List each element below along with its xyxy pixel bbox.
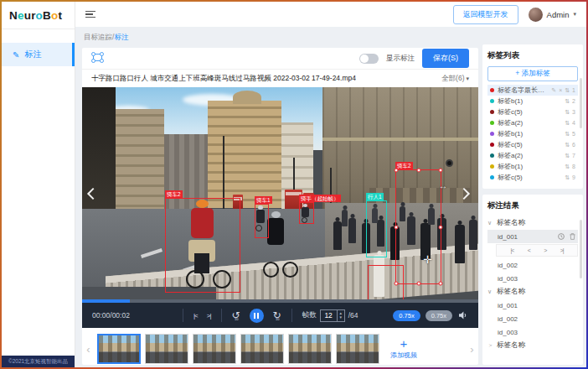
shortcut-icon: ⇅ [565, 142, 570, 148]
label-list-item[interactable]: 标签名字最长数... ✎×⇅1 [487, 85, 578, 96]
forward-10-button[interactable]: ↻10 [273, 310, 281, 320]
result-item[interactable]: id_001 [487, 230, 578, 243]
filter-all-dropdown[interactable]: 全部(6) ▾ [435, 74, 469, 84]
video-title: 十字路口路口行人 城市交通上下班高峰斑马线过马路视频 2022-03-02 17… [91, 74, 356, 84]
result-group-header[interactable]: ∨标签名称 [487, 285, 578, 299]
bounding-box[interactable]: 骑车1 [255, 204, 269, 238]
result-item[interactable]: id_002 [487, 312, 578, 325]
result-item[interactable]: id_003 [487, 325, 578, 339]
bounding-box[interactable]: 骑手（起始帧） [299, 202, 314, 224]
volume-icon[interactable] [459, 311, 468, 320]
result-item[interactable]: id_001 [487, 299, 578, 312]
breadcrumb-current: 标注 [114, 33, 128, 41]
caret-right-icon: ＞ [487, 341, 493, 350]
label-list-item[interactable]: 标签c(5) ⇅3 [487, 107, 578, 117]
label-list-item[interactable]: 标签a(2) ⇅7 [487, 150, 578, 161]
collapse-menu-icon[interactable] [85, 11, 95, 18]
resize-handle[interactable] [439, 225, 443, 229]
video-thumbnail[interactable] [193, 334, 236, 364]
label-list-item[interactable]: 标签b(1) ⇅8 [487, 161, 578, 172]
tools-row: 显示标注 保存(S) [82, 48, 478, 70]
label-list-item[interactable]: 标签b(1) ⇅5 [487, 128, 578, 139]
shortcut-number: 7 [572, 153, 575, 159]
resize-handle[interactable] [395, 225, 399, 229]
label-list-item[interactable]: 标签b(1) ⇅2 [487, 96, 578, 107]
label-name: 标签c(5) [498, 107, 561, 117]
rewind-10-button[interactable]: ↺10 [232, 310, 240, 320]
video-progress-bar[interactable] [82, 299, 478, 303]
speed-active-pill[interactable]: 0.75x [393, 310, 420, 321]
prev-frame-button[interactable]: |< [193, 312, 198, 320]
shortcut-number: 1 [572, 87, 575, 93]
show-annotation-toggle[interactable] [359, 54, 379, 64]
bounding-box[interactable]: 行人1 [366, 200, 387, 257]
speed-inactive-pill[interactable]: 0.75x [426, 310, 452, 321]
scrollbar[interactable] [580, 220, 582, 278]
sidebar-item-annotate[interactable]: ✎ 标注 [2, 43, 75, 66]
filmstrip: ‹ + 添加视频 › [82, 328, 478, 365]
filmstrip-right-chevron[interactable]: › [467, 344, 477, 355]
show-annotation-label: 显示标注 [386, 54, 415, 64]
result-item[interactable]: id_002 [487, 258, 578, 272]
label-list-item[interactable]: 标签c(5) ⇅9 [487, 172, 578, 183]
next-frame-button[interactable]: >| [207, 312, 211, 320]
resize-handle[interactable] [439, 169, 443, 173]
back-to-model-dev-button[interactable]: 返回模型开发 [453, 5, 518, 24]
resize-handle[interactable] [439, 282, 443, 286]
jump-to-frame-icon[interactable] [558, 233, 565, 240]
chevron-down-icon: ▾ [466, 75, 469, 82]
delete-icon[interactable]: × [559, 87, 562, 93]
results-title: 标注结果 [487, 200, 578, 211]
label-list-item[interactable]: 标签c(5) ⇅6 [487, 139, 578, 150]
video-thumbnail[interactable] [288, 334, 332, 364]
shortcut-number: 3 [572, 109, 575, 115]
frame-number-input[interactable]: 12 ▲▼ [320, 309, 345, 322]
first-frame-icon[interactable]: |< [510, 247, 513, 253]
group-name: 标签名称 [497, 340, 525, 351]
filmstrip-left-chevron[interactable]: ‹ [84, 344, 93, 355]
bbox-tool-icon[interactable] [91, 51, 104, 66]
prev-frame-icon[interactable]: < [528, 247, 530, 253]
video-title-row: 十字路口路口行人 城市交通上下班高峰斑马线过马路视频 2022-03-02 17… [82, 70, 478, 87]
frame-pager: |<<>>| [496, 244, 578, 257]
video-thumbnail[interactable] [336, 334, 379, 364]
result-group-header[interactable]: ＞标签名称 [487, 339, 578, 352]
frame-stepper[interactable]: ▲▼ [337, 310, 344, 321]
neurobot-logo: NeuroBot [2, 2, 75, 29]
result-id: id_003 [498, 329, 518, 336]
video-thumbnail[interactable] [97, 334, 141, 364]
label-color-dot [490, 110, 494, 114]
user-menu[interactable]: Admin ▾ [529, 8, 576, 22]
label-name: 标签a(2) [498, 151, 561, 160]
resize-handle[interactable] [416, 282, 420, 286]
trash-icon[interactable] [570, 233, 575, 240]
box-label: 行人1 [366, 193, 384, 200]
copyright-text: ©2021北京矩视智能出品 [2, 356, 75, 367]
result-item[interactable]: id_003 [487, 272, 578, 285]
logo-letter: B [43, 9, 51, 22]
bounding-box[interactable]: 骑车2 [165, 198, 240, 293]
breadcrumb-root[interactable]: 目标追踪 [84, 33, 112, 41]
add-video-button[interactable]: + 添加视频 [384, 331, 424, 365]
result-group-header[interactable]: ∨标签名称 [487, 216, 578, 230]
sidebar-item-label: 标注 [24, 49, 41, 60]
resize-handle[interactable] [416, 169, 420, 173]
pause-button[interactable] [250, 309, 264, 323]
edit-icon[interactable]: ✎ [551, 87, 556, 94]
next-frame-icon[interactable]: > [544, 247, 546, 253]
box-label: 骑车2 [165, 190, 183, 198]
last-frame-icon[interactable]: >| [560, 247, 564, 253]
resize-handle[interactable] [395, 169, 399, 173]
label-list-item[interactable]: 标签a(2) ⇅4 [487, 117, 578, 128]
main-area: 返回模型开发 Admin ▾ 目标追踪/标注 [75, 2, 586, 367]
scrollbar[interactable] [580, 78, 582, 128]
box-label: 骑车1 [255, 196, 272, 204]
save-button[interactable]: 保存(S) [422, 49, 469, 68]
shortcut-icon: ⇅ [565, 174, 570, 181]
video-thumbnail[interactable] [145, 334, 188, 364]
add-label-button[interactable]: + 添加标签 [487, 66, 578, 81]
video-thumbnail[interactable] [240, 334, 284, 364]
bounding-box[interactable] [368, 265, 404, 299]
video-canvas[interactable]: 骑车2骑车1骑手（起始帧）行人1骑车2 ↔ ✛ [82, 87, 478, 299]
group-name: 标签名称 [497, 287, 525, 297]
